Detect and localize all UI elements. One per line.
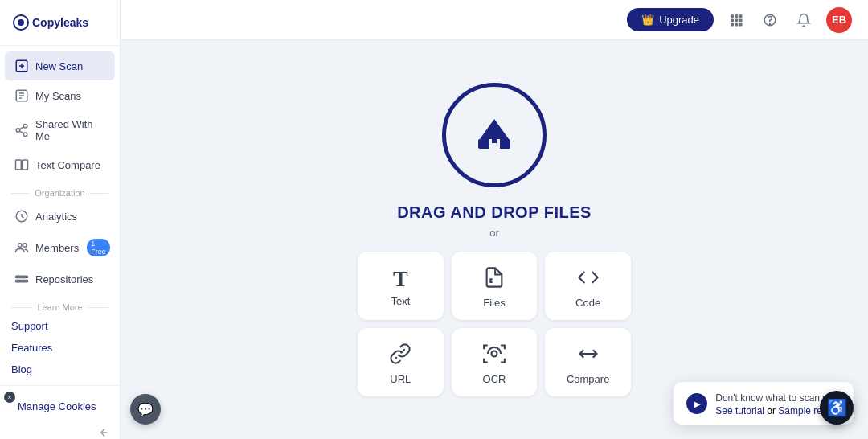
sidebar-item-new-scan[interactable]: New Scan [5,51,115,80]
ocr-icon [483,343,506,368]
apps-icon[interactable] [725,9,747,31]
compare-icon [577,343,600,368]
manage-cookies-link[interactable]: Manage Cookies [8,396,108,417]
help-icon[interactable] [759,9,781,31]
sidebar-link-blog[interactable]: Blog [0,359,120,380]
chat-button[interactable]: 💬 [130,394,161,425]
learn-section-label: Learn More [0,294,120,315]
svg-rect-31 [731,23,734,26]
upload-icon-circle [442,83,547,187]
svg-line-13 [19,131,23,133]
sidebar-item-members[interactable]: Members 1 Free [5,232,115,264]
svg-rect-33 [739,23,743,26]
sidebar-link-features[interactable]: Features [0,337,120,359]
scan-option-files-label: Files [483,297,505,309]
logo: Copyleaks [0,0,120,46]
scan-option-text[interactable]: T Text [358,252,444,320]
sidebar: Copyleaks New Scan My Scans Shared With … [0,0,121,439]
svg-point-12 [23,133,27,137]
svg-rect-26 [735,14,739,18]
scan-option-ocr[interactable]: OCR [452,328,538,396]
drop-zone-area: DRAG AND DROP FILES or T Text Files Code [121,40,868,439]
help-play-button[interactable]: ▶ [686,393,707,414]
sidebar-item-label: Shared With Me [35,118,105,142]
scan-option-compare-label: Compare [567,373,609,385]
scan-option-ocr-label: OCR [483,373,506,385]
sidebar-item-repositories[interactable]: Repositories [5,265,115,293]
or-text: or [489,227,499,239]
sidebar-item-label: New Scan [35,60,83,72]
notification-icon[interactable] [792,9,815,31]
sidebar-item-label: My Scans [35,90,81,102]
scan-option-compare[interactable]: Compare [545,328,631,396]
svg-line-14 [19,127,23,129]
files-icon [483,266,506,292]
svg-point-23 [17,281,18,282]
scan-option-files[interactable]: Files [452,252,538,320]
sidebar-item-my-scans[interactable]: My Scans [5,81,115,110]
svg-point-18 [18,244,23,248]
svg-rect-15 [16,160,22,170]
main-content: 👑 Upgrade EB DRAG AND DROP FILES or [121,0,868,439]
svg-rect-30 [739,18,743,22]
code-icon [577,266,600,292]
header: 👑 Upgrade EB [121,0,868,40]
sidebar-item-label: Repositories [35,273,93,285]
tutorial-link[interactable]: See tutorial [715,405,764,416]
svg-text:Copyleaks: Copyleaks [32,16,88,29]
scan-option-url[interactable]: URL [358,328,444,396]
text-compare-icon [14,158,29,172]
svg-point-35 [769,23,771,25]
scan-option-text-label: Text [391,295,410,307]
text-icon: T [393,268,408,290]
svg-rect-29 [735,18,739,22]
analytics-icon [14,209,29,224]
new-scan-icon [14,59,29,73]
members-badge: 1 Free [87,239,110,256]
upgrade-button[interactable]: 👑 Upgrade [627,8,714,31]
sidebar-item-text-compare[interactable]: Text Compare [5,150,115,179]
svg-point-11 [16,129,20,133]
scan-option-url-label: URL [390,373,411,385]
svg-point-19 [23,244,27,248]
avatar[interactable]: EB [826,7,852,33]
scan-option-code-label: Code [575,297,600,309]
svg-point-10 [23,125,27,129]
collapse-sidebar-button[interactable] [0,421,120,439]
svg-rect-28 [731,18,734,22]
url-icon [389,343,411,368]
sidebar-navigation: New Scan My Scans Shared With Me Text Co… [0,46,120,385]
svg-rect-32 [735,23,739,26]
shared-icon [14,123,29,137]
sidebar-item-label: Text Compare [35,159,100,171]
scan-option-code[interactable]: Code [545,252,631,320]
help-or-text: or [767,405,778,416]
sidebar-item-shared[interactable]: Shared With Me [5,111,115,150]
play-icon: ▶ [694,400,701,408]
my-scans-icon [14,88,29,103]
svg-rect-27 [739,14,743,18]
sidebar-item-label: Analytics [35,211,77,223]
svg-rect-25 [731,14,734,18]
sidebar-bottom: × Manage Cookies [0,385,120,439]
upgrade-label: Upgrade [659,14,699,26]
repositories-icon [14,272,29,286]
close-cookie-button[interactable]: × [4,392,15,403]
sidebar-item-label: Members [35,242,79,254]
svg-point-22 [17,276,18,277]
accessibility-button[interactable]: ♿ [820,391,854,425]
svg-point-42 [491,351,497,357]
svg-rect-16 [23,160,28,170]
sidebar-item-analytics[interactable]: Analytics [5,202,115,231]
sidebar-link-support[interactable]: Support [0,315,120,337]
crown-icon: 👑 [641,14,654,26]
svg-point-1 [18,19,24,26]
organization-section-label: Organization [0,180,120,201]
members-icon [14,240,29,255]
svg-rect-40 [492,133,497,143]
drag-drop-title: DRAG AND DROP FILES [397,203,592,222]
scan-options-grid: T Text Files Code [358,252,631,396]
